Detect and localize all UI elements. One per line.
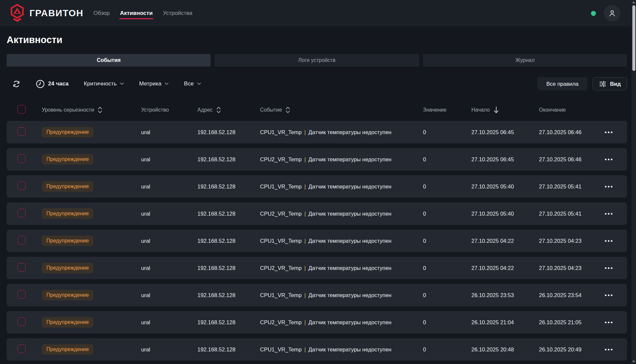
row-checkbox[interactable] xyxy=(18,182,26,190)
graviton-emblem-icon xyxy=(9,4,26,23)
device-cell: ural xyxy=(141,183,197,190)
tab-events[interactable]: События xyxy=(7,54,211,67)
end-cell: 27.10.2025 06:46 xyxy=(539,156,595,163)
address-cell: 192.168.52.128 xyxy=(197,211,260,217)
row-actions-button[interactable] xyxy=(604,211,613,217)
event-cell: CPU1_VR_Temp|Датчик температуры недоступ… xyxy=(260,238,423,244)
end-cell: 27.10.2025 04:23 xyxy=(539,238,595,244)
row-actions-button[interactable] xyxy=(604,238,613,244)
event-description: Датчик температуры недоступен xyxy=(308,156,392,162)
column-header-event[interactable]: Событие xyxy=(260,106,423,114)
time-range-filter[interactable]: 24 часа xyxy=(36,79,69,88)
column-label: Адрес xyxy=(197,107,213,113)
select-all-checkbox[interactable] xyxy=(18,105,26,114)
event-separator: | xyxy=(304,238,306,244)
row-checkbox[interactable] xyxy=(18,236,26,244)
row-checkbox[interactable] xyxy=(18,263,26,272)
event-metric: CPU2_VR_Temp xyxy=(260,211,302,217)
metric-filter-dropdown[interactable]: Метрика xyxy=(139,80,169,87)
tab-device-logs[interactable]: Логи устройств xyxy=(215,54,419,67)
table-row: Предупреждение ural 192.168.52.128 CPU2_… xyxy=(7,311,627,334)
event-metric: CPU1_VR_Temp xyxy=(260,238,302,244)
column-header-start[interactable]: Начало xyxy=(471,106,539,114)
chevron-down-icon xyxy=(197,82,201,85)
row-checkbox[interactable] xyxy=(18,154,26,163)
row-actions-button[interactable] xyxy=(604,265,613,271)
event-metric: CPU2_VR_Temp xyxy=(260,265,302,271)
end-cell: 27.10.2025 06:46 xyxy=(539,129,595,135)
column-header-severity[interactable]: Уровень серьезности xyxy=(42,106,141,114)
scroll-up-arrow-icon[interactable] xyxy=(632,1,635,3)
metric-filter-label: Метрика xyxy=(139,80,161,87)
event-separator: | xyxy=(304,156,306,162)
column-header-device: Устройство xyxy=(141,107,197,113)
start-cell: 27.10.2025 06:45 xyxy=(471,156,539,163)
column-header-value: Значение xyxy=(423,107,471,113)
start-cell: 27.10.2025 04:22 xyxy=(471,238,539,244)
row-checkbox[interactable] xyxy=(18,344,26,353)
view-button[interactable]: Вид xyxy=(593,77,627,90)
tab-journal[interactable]: Журнал xyxy=(423,54,627,67)
filter-bar: 24 часа Критичность Метрика Все xyxy=(7,77,627,90)
device-cell: ural xyxy=(141,265,197,271)
brand-name: ГРАВИТОН xyxy=(29,8,83,19)
event-description: Датчик температуры недоступен xyxy=(308,319,392,325)
user-avatar-button[interactable] xyxy=(604,5,620,22)
row-actions-button[interactable] xyxy=(604,320,613,325)
value-cell: 0 xyxy=(423,319,471,326)
row-actions-button[interactable] xyxy=(604,157,613,162)
top-bar-right xyxy=(591,5,620,22)
time-range-label: 24 часа xyxy=(48,80,69,87)
sort-icon xyxy=(286,106,290,114)
brand-logo[interactable]: ГРАВИТОН xyxy=(9,4,83,23)
row-checkbox[interactable] xyxy=(18,209,26,217)
start-cell: 27.10.2025 05:40 xyxy=(471,183,539,190)
row-actions-button[interactable] xyxy=(604,292,613,298)
severity-filter-label: Критичность xyxy=(84,80,117,87)
device-cell: ural xyxy=(141,292,197,298)
chevron-down-icon xyxy=(165,82,169,85)
event-metric: CPU1_VR_Temp xyxy=(260,292,302,298)
device-cell: ural xyxy=(141,319,197,326)
scroll-down-arrow-icon[interactable] xyxy=(632,361,635,363)
event-cell: CPU1_VR_Temp|Датчик температуры недоступ… xyxy=(260,129,423,135)
vertical-scrollbar[interactable] xyxy=(631,0,636,364)
scrollbar-thumb[interactable] xyxy=(632,5,635,71)
end-cell: 27.10.2025 04:23 xyxy=(539,265,595,271)
row-actions-button[interactable] xyxy=(604,130,613,135)
address-cell: 192.168.52.128 xyxy=(197,292,260,298)
column-header-address[interactable]: Адрес xyxy=(197,106,260,114)
row-checkbox[interactable] xyxy=(18,127,26,136)
scope-filter-label: Все xyxy=(184,80,193,87)
column-label: Начало xyxy=(471,107,490,113)
event-description: Датчик температуры недоступен xyxy=(308,292,392,298)
address-cell: 192.168.52.128 xyxy=(197,238,260,244)
event-separator: | xyxy=(304,292,306,298)
row-checkbox[interactable] xyxy=(18,290,26,299)
refresh-button[interactable] xyxy=(12,80,21,88)
event-cell: CPU2_VR_Temp|Датчик температуры недоступ… xyxy=(260,265,423,271)
nav-item-activities[interactable]: Активности xyxy=(120,0,153,26)
value-cell: 0 xyxy=(423,183,471,190)
row-checkbox[interactable] xyxy=(18,317,26,326)
nav-item-devices[interactable]: Устройства xyxy=(163,0,192,26)
address-cell: 192.168.52.128 xyxy=(197,156,260,163)
nav-item-overview[interactable]: Обзор xyxy=(93,0,110,26)
top-bar: ГРАВИТОН Обзор Активности Устройства xyxy=(0,0,631,26)
severity-badge: Предупреждение xyxy=(42,263,93,273)
end-cell: 26.10.2025 23:54 xyxy=(539,292,595,298)
event-cell: CPU1_VR_Temp|Датчик температуры недоступ… xyxy=(260,183,423,190)
event-separator: | xyxy=(304,183,306,189)
event-cell: CPU1_VR_Temp|Датчик температуры недоступ… xyxy=(260,346,423,353)
event-metric: CPU1_VR_Temp xyxy=(260,129,302,135)
severity-filter-dropdown[interactable]: Критичность xyxy=(84,80,124,87)
app-root: ГРАВИТОН Обзор Активности Устройства Акт… xyxy=(0,0,631,364)
scope-filter-dropdown[interactable]: Все xyxy=(184,80,201,87)
row-actions-button[interactable] xyxy=(604,184,613,189)
device-cell: ural xyxy=(141,211,197,217)
table-body: Предупреждение ural 192.168.52.128 CPU1_… xyxy=(7,121,627,361)
all-rules-button[interactable]: Все правила xyxy=(537,77,587,90)
address-cell: 192.168.52.128 xyxy=(197,183,260,190)
row-actions-button[interactable] xyxy=(604,347,613,352)
column-label: Устройство xyxy=(141,107,169,113)
